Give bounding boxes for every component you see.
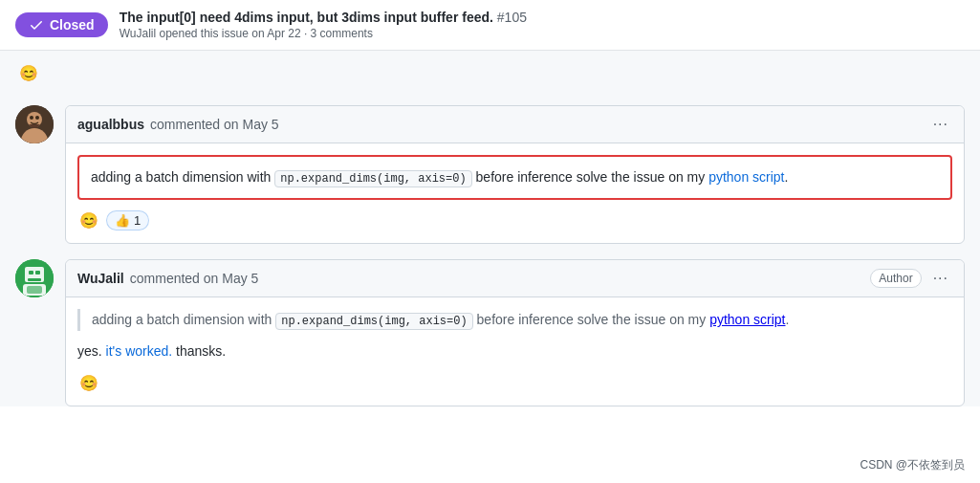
svg-point-4 xyxy=(35,116,39,120)
commenter-name-agualbbus[interactable]: agualbbus xyxy=(77,117,144,132)
three-dots-menu-agualbbus[interactable]: ··· xyxy=(929,114,952,135)
comment-date-wujalil: commented on May 5 xyxy=(130,271,259,286)
code-snippet-1: np.expand_dims(img, axis=0) xyxy=(274,170,471,187)
closed-label: Closed xyxy=(50,17,95,33)
comment-body-wujalil: adding a batch dimension with np.expand_… xyxy=(66,297,964,406)
comment-header-left: agualbbus commented on May 5 xyxy=(77,117,279,132)
svg-rect-11 xyxy=(27,286,42,294)
issue-title-area: The input[0] need 4dims input, but 3dims… xyxy=(120,10,527,40)
watermark: CSDN @不依签到员 xyxy=(860,457,965,473)
worked-link[interactable]: it's worked. xyxy=(106,343,173,359)
reactions-wujalil: 😊 xyxy=(77,372,952,394)
svg-point-3 xyxy=(30,116,33,120)
emoji-reaction-btn-1[interactable]: 😊 xyxy=(77,209,100,231)
closed-badge: Closed xyxy=(15,12,108,37)
thumbs-up-reaction[interactable]: 👍 1 xyxy=(106,210,149,231)
comment-body-agualbbus: adding a batch dimension with np.expand_… xyxy=(66,143,964,243)
issue-title: The input[0] need 4dims input, but 3dims… xyxy=(120,10,527,25)
main-content: 😊 agualbbus commented on May 5 xyxy=(0,51,980,406)
comment-highlighted-box: adding a batch dimension with np.expand_… xyxy=(77,155,952,200)
reactions-agualbbus: 😊 👍 1 xyxy=(77,209,952,231)
svg-rect-9 xyxy=(28,278,41,281)
comment-wujalil: WuJalil commented on May 5 Author ··· ad… xyxy=(15,259,965,406)
comment-header-right-agualbbus: ··· xyxy=(929,114,952,135)
emoji-reaction-btn-2[interactable]: 😊 xyxy=(77,372,100,394)
reply-text-wujalil: yes. it's worked. thansks. xyxy=(77,340,952,362)
check-icon xyxy=(29,17,44,33)
avatar-wujalil xyxy=(15,259,54,297)
three-dots-menu-wujalil[interactable]: ··· xyxy=(929,268,952,289)
comment-header-agualbbus: agualbbus commented on May 5 ··· xyxy=(66,106,964,143)
comment-date-agualbbus: commented on May 5 xyxy=(150,117,279,132)
issue-meta: WuJalil opened this issue on Apr 22 · 3 … xyxy=(120,27,527,40)
comment-text-agualbbus: adding a batch dimension with np.expand_… xyxy=(91,166,939,188)
svg-rect-8 xyxy=(35,271,40,274)
emoji-add-button[interactable]: 😊 xyxy=(15,60,42,86)
avatar-agualbbus xyxy=(15,105,54,143)
top-reaction-row: 😊 xyxy=(15,51,965,96)
comment-header-left-wujalil: WuJalil commented on May 5 xyxy=(77,271,258,286)
comment-header-wujalil: WuJalil commented on May 5 Author ··· xyxy=(66,260,964,297)
comment-card-agualbbus: agualbbus commented on May 5 ··· adding … xyxy=(65,105,965,244)
svg-rect-7 xyxy=(29,271,33,274)
code-snippet-quote: np.expand_dims(img, axis=0) xyxy=(275,313,472,330)
thumbs-count: 1 xyxy=(134,213,141,228)
author-badge: Author xyxy=(870,269,921,288)
thumbs-icon: 👍 xyxy=(115,213,130,228)
issue-header: Closed The input[0] need 4dims input, bu… xyxy=(0,0,980,51)
python-script-link-1[interactable]: python script xyxy=(708,169,784,185)
comment-card-wujalil: WuJalil commented on May 5 Author ··· ad… xyxy=(65,259,965,406)
comment-agualbbus: agualbbus commented on May 5 ··· adding … xyxy=(15,105,965,244)
commenter-name-wujalil[interactable]: WuJalil xyxy=(77,271,124,286)
blockquote-wujalil: adding a batch dimension with np.expand_… xyxy=(77,309,952,331)
python-script-link-quote[interactable]: python script xyxy=(709,312,785,327)
comment-header-right-wujalil: Author ··· xyxy=(870,268,952,289)
